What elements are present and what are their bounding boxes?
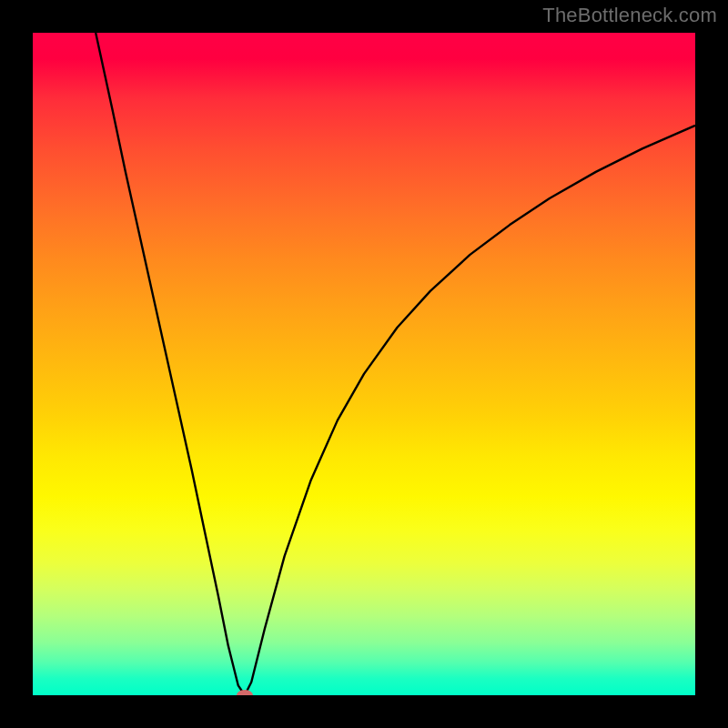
plot-area: [33, 33, 695, 695]
marker-group: [237, 690, 253, 695]
chart-svg: [33, 33, 695, 695]
chart-frame: TheBottleneck.com: [0, 0, 728, 728]
curve-group: [96, 33, 695, 695]
watermark-text: TheBottleneck.com: [542, 4, 717, 27]
bottleneck-curve: [96, 33, 695, 695]
cusp-marker: [237, 690, 253, 695]
